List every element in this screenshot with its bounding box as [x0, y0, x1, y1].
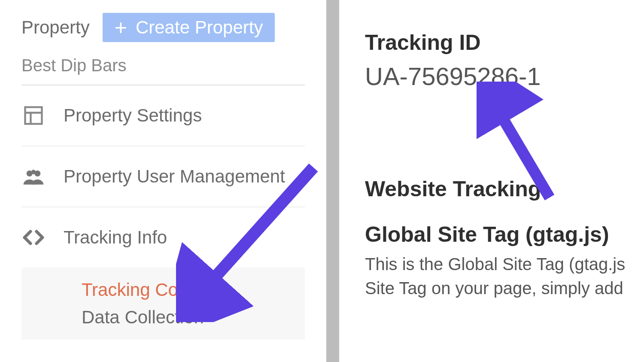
panel-divider [326, 0, 339, 362]
property-column-label: Property [21, 17, 90, 38]
plus-icon: + [115, 21, 127, 34]
create-property-button[interactable]: + Create Property [103, 13, 275, 42]
nav-label: Property Settings [64, 105, 202, 126]
property-nav-list: Property Settings Property User Manageme… [21, 85, 305, 340]
layout-icon [21, 103, 46, 128]
property-header-row: Property + Create Property [21, 13, 305, 42]
nav-property-settings[interactable]: Property Settings [21, 85, 305, 146]
gtag-heading: Global Site Tag (gtag.js) [365, 222, 644, 247]
nav-property-user-management[interactable]: Property User Management [21, 146, 305, 207]
sidebar: Property + Create Property Best Dip Bars… [0, 0, 326, 362]
code-icon [21, 225, 46, 249]
people-icon [21, 164, 46, 189]
gtag-description: This is the Global Site Tag (gtag.js Sit… [365, 252, 644, 300]
tracking-id-heading: Tracking ID [365, 30, 644, 55]
main-panel: Tracking ID UA-75695286-1 Website Tracki… [339, 0, 644, 362]
subnav-tracking-code[interactable]: Tracking Code [21, 276, 305, 304]
nav-label: Property User Management [64, 166, 285, 187]
svg-rect-0 [25, 107, 42, 124]
tracking-info-sublist: Tracking Code Data Collection [21, 268, 305, 340]
subnav-data-collection[interactable]: Data Collection [21, 304, 305, 331]
website-tracking-heading: Website Tracking [365, 176, 644, 201]
create-property-label: Create Property [136, 17, 263, 38]
nav-tracking-info[interactable]: Tracking Info [21, 207, 305, 268]
nav-label: Tracking Info [64, 227, 167, 248]
svg-point-5 [31, 170, 36, 174]
tracking-id-value: UA-75695286-1 [365, 62, 644, 91]
property-name: Best Dip Bars [21, 56, 305, 85]
